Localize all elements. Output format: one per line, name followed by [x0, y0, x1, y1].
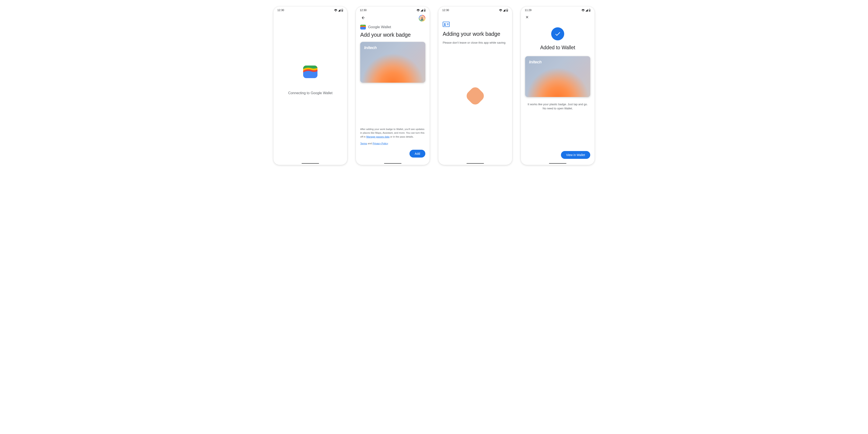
badge-id-icon — [443, 22, 508, 28]
brand-row: Google Wallet — [360, 25, 425, 30]
account-avatar[interactable] — [419, 15, 425, 22]
close-icon — [525, 15, 529, 19]
status-bar: 12:30 — [438, 6, 512, 13]
status-bar: 11:29 — [521, 6, 595, 13]
privacy-link[interactable]: Privacy Policy — [373, 142, 388, 145]
success-description: It works like your plastic badge. Just t… — [525, 102, 590, 111]
svg-rect-5 — [443, 22, 450, 27]
add-button[interactable]: Add — [409, 150, 425, 158]
home-indicator[interactable] — [302, 163, 319, 164]
page-title: Added to Wallet — [540, 45, 575, 51]
svg-rect-8 — [447, 25, 448, 25]
terms-link[interactable]: Terms — [360, 142, 367, 145]
status-bar: 12:30 — [356, 6, 430, 13]
home-indicator[interactable] — [384, 163, 401, 164]
brand-google: Google — [368, 25, 380, 29]
brand-wallet: Wallet — [323, 91, 333, 95]
back-button[interactable] — [360, 15, 366, 22]
close-button[interactable] — [525, 13, 590, 21]
manage-passes-link[interactable]: Manage passes data — [366, 135, 390, 138]
status-icons — [416, 9, 426, 12]
card-brand-label: Initech — [364, 45, 377, 50]
loading-spinner-icon — [465, 85, 486, 107]
wallet-logo-icon — [360, 25, 366, 30]
screen-added-success: 11:29 Added to Wallet Initech It works l… — [521, 6, 595, 165]
success-check-icon — [551, 27, 564, 40]
view-in-wallet-button[interactable]: View in Wallet — [561, 151, 590, 159]
status-time: 11:29 — [525, 9, 531, 12]
status-icons — [499, 9, 508, 12]
screen-add-badge: 12:30 Google Wallet Add your work — [356, 6, 430, 165]
status-icons — [582, 9, 591, 12]
svg-point-6 — [444, 23, 445, 25]
screen-adding-progress: 12:30 Adding your work badge Please don'… — [438, 6, 512, 165]
home-indicator[interactable] — [467, 163, 484, 164]
svg-point-4 — [422, 18, 423, 19]
work-badge-card: Initech — [360, 42, 425, 83]
connecting-label: Connecting to Google Wallet — [288, 91, 333, 95]
brand-google: Google — [311, 91, 322, 95]
wallet-logo-icon — [303, 65, 317, 78]
page-title: Add your work badge — [360, 32, 425, 38]
legal-links: Terms and Privacy Policy — [360, 142, 425, 145]
screen-connecting: 12:30 Connecting to Google Wallet — [273, 6, 347, 165]
home-indicator[interactable] — [549, 163, 566, 164]
connecting-prefix: Connecting to — [288, 91, 310, 95]
arrow-left-icon — [361, 16, 365, 20]
brand-wallet: Wallet — [381, 25, 391, 29]
status-time: 12:30 — [442, 9, 449, 12]
work-badge-card: Initech — [525, 56, 590, 97]
disclaimer-text: After adding your work badge to Wallet, … — [360, 127, 425, 139]
card-brand-label: Initech — [529, 60, 541, 64]
status-time: 12:30 — [360, 9, 367, 12]
svg-rect-7 — [447, 24, 448, 24]
